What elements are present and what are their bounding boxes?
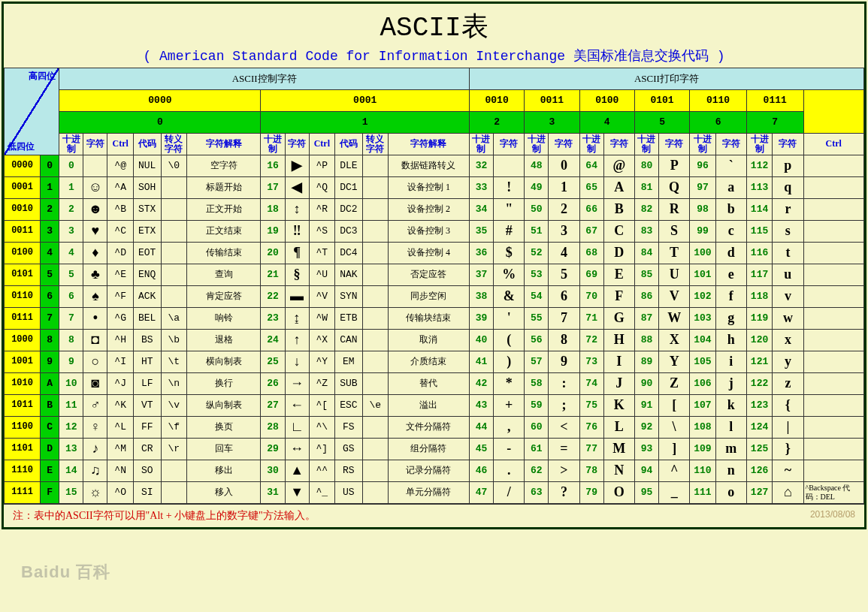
table-row: 1111F15☼^OSI移入31▼^_US单元分隔符47/63?79O95_11… (5, 482, 864, 504)
dechi-7: 7 (746, 112, 803, 134)
section-ctrl: ASCII控制字符 (59, 68, 470, 90)
dechi-5: 5 (634, 112, 689, 134)
table-row: 1100C12♀^LFF\f换页28∟^\FS文件分隔符44,60<76L92\… (5, 417, 864, 439)
table-row: 1110E14♫^NSO移出30▲^^RS记录分隔符46.62>78N94^11… (5, 460, 864, 482)
dechi-3: 3 (525, 112, 579, 134)
table-row: 010044♦^DEOT传输结束20¶^TDC4设备控制 436$52468D8… (5, 243, 864, 264)
table-row: 001133♥^CETX正文结束19‼^SDC3设备控制 335#51367C8… (5, 221, 864, 243)
binhi-3: 0011 (525, 90, 579, 112)
table-row: 001022☻^BSTX正文开始18↕^RDC2设备控制 234"50266B8… (5, 199, 864, 221)
footer-date: 2013/08/08 (810, 509, 855, 520)
footer-note: 注：表中的ASCII字符可以用"Alt + 小键盘上的数字键"方法输入。2013… (4, 504, 864, 527)
table-row: 1010A10◙^JLF\n换行26→^ZSUB替代42*58:74J90Z10… (5, 373, 864, 395)
table-row: 010155♣^EENQ查询21§^UNAK否定应答37%53569E85U10… (5, 264, 864, 286)
ascii-table: 高四位低四位 ASCII控制字符 ASCII打印字符00000001001000… (4, 68, 864, 504)
table-row: 1011B11♂^KVT\v纵向制表27←^[ESC\e溢出43+59;75K9… (5, 395, 864, 417)
colhead-dec: 十进制 (59, 134, 83, 155)
binhi-5: 0101 (634, 90, 689, 112)
binhi-4: 0100 (579, 90, 634, 112)
binhi-2: 0010 (469, 90, 524, 112)
table-row: 1101D13♪^MCR\r回车29↔^]GS组分隔符45-61=77M93]1… (5, 439, 864, 460)
dechi-0: 0 (59, 112, 261, 134)
dechi-2: 2 (469, 112, 524, 134)
dechi-1: 1 (261, 112, 469, 134)
dechi-4: 4 (579, 112, 634, 134)
table-row: 000000^@NUL\0空字符16▶^PDLE数据链路转义3248064@80… (5, 155, 864, 177)
diag-cell: 高四位低四位 (5, 68, 59, 155)
colhead-dec: 十进制 (261, 134, 285, 155)
title: ASCII表 (4, 8, 864, 45)
table-row: 011066♠^FACK肯定应答22▬^VSYN同步空闲38&54670F86V… (5, 286, 864, 308)
binhi-1: 0001 (261, 90, 469, 112)
binhi-7: 0111 (746, 90, 803, 112)
binhi-0: 0000 (59, 90, 261, 112)
section-print: ASCII打印字符 (469, 68, 863, 90)
subtitle: ( American Standard Code for Information… (4, 47, 864, 65)
table-row: 100088◘^HBS\b退格24↑^XCAN取消40(56872H88X104… (5, 330, 864, 351)
binhi-6: 0110 (690, 90, 747, 112)
table-row: 000111☺^ASOH标题开始17◀^QDC1设备控制 133!49165A8… (5, 177, 864, 199)
table-row: 100199○^IHT\t横向制表25↓^YEM介质结束41)57973I89Y… (5, 351, 864, 373)
table-row: 011177•^GBEL\a响铃23↨^WETB传输块结束39'55771G87… (5, 308, 864, 330)
dechi-6: 6 (690, 112, 747, 134)
watermark: Baidu 百科 (21, 561, 110, 583)
